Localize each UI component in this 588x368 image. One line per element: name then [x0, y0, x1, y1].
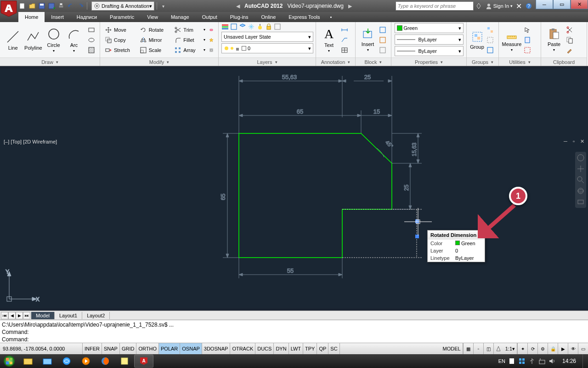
rotate-button[interactable]: Rotate	[138, 25, 173, 35]
paste-button[interactable]: Paste▾	[544, 23, 564, 57]
taskbar-firefox[interactable]	[96, 355, 115, 368]
sheet-last-icon[interactable]: ⏭	[23, 312, 30, 319]
status-toggle-3dosnap[interactable]: 3DOSNAP	[202, 343, 231, 354]
status-toggle-osnap[interactable]: OSNAP	[180, 343, 202, 354]
signin-button[interactable]: Sign In ▾	[486, 3, 513, 9]
sheet-first-icon[interactable]: ⏮	[1, 312, 8, 319]
sheet-tab-model[interactable]: Model	[31, 312, 55, 319]
tab-insert[interactable]: Insert	[45, 12, 70, 22]
pan-icon[interactable]	[577, 165, 585, 173]
color-dropdown[interactable]: Green▾	[395, 23, 464, 33]
tab-manage[interactable]: Manage	[164, 12, 196, 22]
status-toggle-infer[interactable]: INFER	[83, 343, 102, 354]
polyline-button[interactable]: Polyline	[23, 23, 43, 57]
new-icon[interactable]	[18, 2, 27, 10]
tray-usb-icon[interactable]	[528, 357, 536, 365]
status-toggle-qp[interactable]: QP	[317, 343, 328, 354]
tab-bullet[interactable]: •	[327, 12, 336, 22]
taskbar-explorer[interactable]	[18, 355, 38, 368]
cut-button[interactable]	[564, 25, 575, 35]
status-snap-icon[interactable]: ▫	[473, 343, 483, 354]
workspace-switch-icon[interactable]: ⚙	[537, 343, 548, 354]
group-button[interactable]: Group	[469, 23, 485, 57]
sheet-next-icon[interactable]: ▶	[16, 312, 23, 319]
panel-properties-title[interactable]: Properties	[391, 58, 466, 66]
line-button[interactable]: Line	[3, 23, 23, 57]
layer-more-icon[interactable]	[274, 23, 281, 30]
match-prop-button[interactable]	[564, 45, 575, 55]
fillet-button[interactable]: Fillet▾	[172, 35, 207, 45]
redo-icon[interactable]	[76, 2, 85, 10]
panel-layers-title[interactable]: Layers	[219, 58, 316, 66]
command-area[interactable]: C:\Users\Miro\appdata\local\temp\Video7-…	[0, 320, 588, 343]
restore-button[interactable]: ▭	[553, 0, 571, 9]
drawing-area[interactable]: [–] [Top] [2D Wireframe] ─ ▫ ✕ 55,63 25 …	[0, 69, 588, 308]
stretch-button[interactable]: Stretch	[103, 45, 138, 55]
explode-button[interactable]	[207, 35, 215, 45]
select-button[interactable]	[522, 25, 533, 35]
taskbar-ie[interactable]	[57, 355, 76, 368]
layer-lock-icon[interactable]	[265, 23, 272, 30]
lang-indicator[interactable]: EN	[498, 358, 505, 364]
dimension-button[interactable]	[339, 25, 350, 35]
tray-volume-icon[interactable]	[548, 357, 556, 365]
tab-labels[interactable]: Надписи	[70, 12, 103, 22]
quickcalc-button[interactable]	[522, 35, 533, 45]
clean-screen-icon[interactable]: ▭	[578, 343, 588, 354]
orbit-icon[interactable]	[577, 187, 585, 195]
tray-app-icon[interactable]	[518, 357, 526, 365]
tray-action-center-icon[interactable]	[508, 357, 515, 365]
circle-button[interactable]: Circle▾	[44, 23, 64, 57]
ungroup-button[interactable]	[485, 25, 496, 35]
status-toggle-ducs[interactable]: DUCS	[255, 343, 274, 354]
hatch-button[interactable]	[86, 45, 97, 55]
autocad-logo[interactable]	[0, 0, 17, 17]
table-button[interactable]	[339, 45, 350, 55]
status-toggle-sc[interactable]: SC	[328, 343, 339, 354]
anno-auto-icon[interactable]: ⟳	[527, 343, 537, 354]
scale-button[interactable]: Scale	[138, 45, 173, 55]
taskbar-autocad[interactable]: A	[134, 355, 153, 368]
insert-button[interactable]: Insert▾	[358, 23, 377, 57]
status-qview-icon[interactable]: ◫	[483, 343, 493, 354]
title-nav-left-icon[interactable]: ◀	[236, 3, 240, 9]
undo-icon[interactable]	[67, 2, 75, 10]
offset-button[interactable]	[207, 45, 215, 55]
panel-draw-title[interactable]: Draw	[0, 58, 100, 66]
minimize-button[interactable]: ─	[536, 0, 553, 9]
coordinates-readout[interactable]: 93.8698, -178.0054, 0.0000	[0, 343, 83, 354]
layer-freeze-icon[interactable]	[248, 23, 255, 30]
panel-modify-title[interactable]: Modify	[100, 58, 218, 66]
status-toggle-lwt[interactable]: LWT	[289, 343, 303, 354]
search-input[interactable]	[396, 1, 474, 11]
mirror-button[interactable]: Mirror	[138, 35, 173, 45]
clock[interactable]: 14:26	[559, 358, 580, 364]
hardware-accel-icon[interactable]: ▶	[558, 343, 568, 354]
print-icon[interactable]	[57, 2, 65, 10]
sheet-prev-icon[interactable]: ◀	[8, 312, 16, 319]
status-grid-icon[interactable]: ▦	[463, 343, 473, 354]
layer-off-icon[interactable]	[256, 23, 264, 30]
lineweight-dropdown[interactable]: ByLayer▾	[395, 34, 464, 45]
panel-utilities-title[interactable]: Utilities	[499, 58, 541, 66]
zoom-extents-icon[interactable]	[577, 176, 585, 184]
group-edit-button[interactable]	[485, 35, 496, 45]
sheet-tab-layout2[interactable]: Layout2	[82, 312, 110, 319]
group-bbox-button[interactable]	[485, 45, 496, 55]
rectangle-button[interactable]	[86, 25, 97, 35]
taskbar-libraries[interactable]	[38, 355, 57, 368]
layer-prop-icon[interactable]	[221, 23, 229, 30]
annotation-scale[interactable]: 1:1▾	[503, 343, 517, 354]
create-block-button[interactable]	[377, 25, 388, 35]
showmotion-icon[interactable]	[577, 198, 585, 206]
close-button[interactable]: ✕	[571, 0, 588, 9]
layer-iso-icon[interactable]	[239, 23, 246, 30]
array-button[interactable]: Array▾	[172, 45, 207, 55]
tab-plugins[interactable]: Plug-ins	[224, 12, 255, 22]
qat-dropdown-icon[interactable]: ▾	[159, 2, 168, 10]
start-button[interactable]	[0, 354, 18, 368]
tab-express[interactable]: Express Tools	[282, 12, 326, 22]
tab-home[interactable]: Home	[18, 12, 45, 22]
status-toggle-tpy[interactable]: TPY	[303, 343, 317, 354]
open-icon[interactable]	[28, 2, 36, 10]
